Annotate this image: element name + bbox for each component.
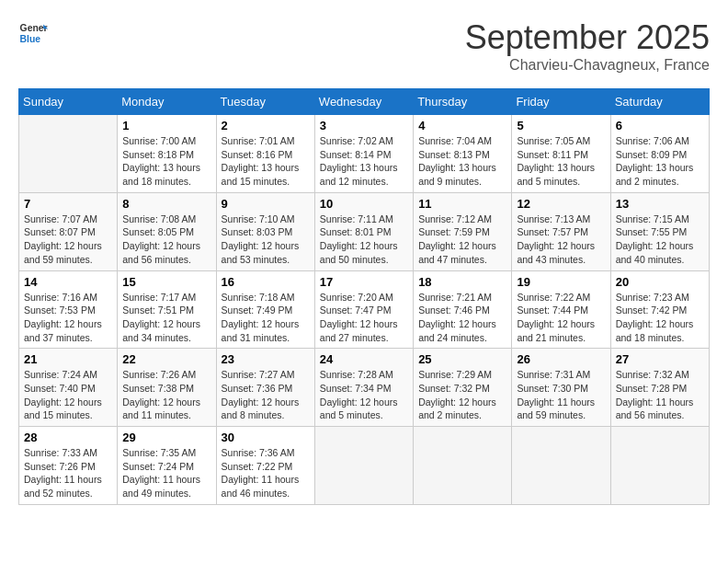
calendar-cell: 21Sunrise: 7:24 AM Sunset: 7:40 PM Dayli… — [19, 349, 118, 427]
day-info: Sunrise: 7:07 AM Sunset: 8:07 PM Dayligh… — [24, 213, 112, 267]
title-area: September 2025 Charvieu-Chavagneux, Fran… — [465, 18, 710, 74]
calendar-cell: 23Sunrise: 7:27 AM Sunset: 7:36 PM Dayli… — [216, 349, 314, 427]
day-number: 5 — [517, 119, 605, 132]
calendar-cell: 6Sunrise: 7:06 AM Sunset: 8:09 PM Daylig… — [610, 115, 709, 193]
day-number: 4 — [418, 119, 506, 132]
calendar-cell: 27Sunrise: 7:32 AM Sunset: 7:28 PM Dayli… — [610, 349, 709, 427]
day-info: Sunrise: 7:11 AM Sunset: 8:01 PM Dayligh… — [320, 213, 408, 267]
day-number: 13 — [616, 197, 704, 211]
calendar-table: SundayMondayTuesdayWednesdayThursdayFrid… — [18, 88, 710, 505]
calendar-cell: 12Sunrise: 7:13 AM Sunset: 7:57 PM Dayli… — [512, 192, 610, 270]
day-number: 14 — [24, 275, 112, 289]
day-info: Sunrise: 7:31 AM Sunset: 7:30 PM Dayligh… — [517, 368, 605, 422]
day-number: 23 — [222, 352, 310, 366]
day-number: 10 — [320, 197, 408, 211]
day-number: 1 — [122, 119, 210, 132]
day-header-friday: Friday — [512, 89, 610, 115]
calendar-cell: 5Sunrise: 7:05 AM Sunset: 8:11 PM Daylig… — [512, 115, 610, 193]
header: General Blue September 2025 Charvieu-Cha… — [18, 18, 710, 74]
calendar-cell: 14Sunrise: 7:16 AM Sunset: 7:53 PM Dayli… — [19, 270, 118, 349]
day-info: Sunrise: 7:08 AM Sunset: 8:05 PM Dayligh… — [122, 213, 210, 267]
day-info: Sunrise: 7:13 AM Sunset: 7:57 PM Dayligh… — [517, 213, 605, 267]
day-info: Sunrise: 7:28 AM Sunset: 7:34 PM Dayligh… — [320, 368, 408, 422]
day-info: Sunrise: 7:36 AM Sunset: 7:22 PM Dayligh… — [222, 446, 310, 500]
day-info: Sunrise: 7:04 AM Sunset: 8:13 PM Dayligh… — [418, 134, 506, 189]
day-info: Sunrise: 7:33 AM Sunset: 7:26 PM Dayligh… — [24, 446, 112, 500]
calendar-week-2: 7Sunrise: 7:07 AM Sunset: 8:07 PM Daylig… — [19, 192, 710, 270]
calendar-cell — [512, 427, 610, 505]
calendar-cell: 11Sunrise: 7:12 AM Sunset: 7:59 PM Dayli… — [414, 192, 512, 270]
calendar-cell: 18Sunrise: 7:21 AM Sunset: 7:46 PM Dayli… — [414, 270, 512, 349]
day-info: Sunrise: 7:16 AM Sunset: 7:53 PM Dayligh… — [24, 291, 112, 345]
calendar-cell: 16Sunrise: 7:18 AM Sunset: 7:49 PM Dayli… — [216, 270, 314, 349]
calendar-week-4: 21Sunrise: 7:24 AM Sunset: 7:40 PM Dayli… — [19, 349, 710, 427]
calendar-cell — [19, 115, 118, 193]
day-number: 8 — [122, 197, 210, 211]
day-info: Sunrise: 7:05 AM Sunset: 8:11 PM Dayligh… — [517, 134, 605, 189]
day-number: 27 — [616, 352, 704, 366]
day-header-thursday: Thursday — [414, 89, 512, 115]
calendar-cell: 29Sunrise: 7:35 AM Sunset: 7:24 PM Dayli… — [118, 427, 216, 505]
day-number: 21 — [24, 352, 112, 366]
calendar-cell: 2Sunrise: 7:01 AM Sunset: 8:16 PM Daylig… — [216, 115, 314, 193]
day-info: Sunrise: 7:20 AM Sunset: 7:47 PM Dayligh… — [320, 291, 408, 345]
day-number: 25 — [418, 352, 506, 366]
calendar-cell: 25Sunrise: 7:29 AM Sunset: 7:32 PM Dayli… — [414, 349, 512, 427]
calendar-cell — [414, 427, 512, 505]
day-number: 29 — [122, 431, 210, 444]
calendar-cell: 10Sunrise: 7:11 AM Sunset: 8:01 PM Dayli… — [314, 192, 413, 270]
day-header-saturday: Saturday — [610, 89, 709, 115]
day-header-tuesday: Tuesday — [216, 89, 314, 115]
calendar-week-1: 1Sunrise: 7:00 AM Sunset: 8:18 PM Daylig… — [19, 115, 710, 193]
calendar-cell — [314, 427, 413, 505]
day-number: 28 — [24, 431, 112, 444]
logo-icon: General Blue — [18, 18, 48, 48]
calendar-body: 1Sunrise: 7:00 AM Sunset: 8:18 PM Daylig… — [19, 115, 710, 505]
day-info: Sunrise: 7:32 AM Sunset: 7:28 PM Dayligh… — [616, 368, 704, 422]
calendar-cell — [610, 427, 709, 505]
calendar-cell: 15Sunrise: 7:17 AM Sunset: 7:51 PM Dayli… — [118, 270, 216, 349]
calendar-cell: 30Sunrise: 7:36 AM Sunset: 7:22 PM Dayli… — [216, 427, 314, 505]
day-number: 22 — [122, 352, 210, 366]
calendar-cell: 3Sunrise: 7:02 AM Sunset: 8:14 PM Daylig… — [314, 115, 413, 193]
day-info: Sunrise: 7:18 AM Sunset: 7:49 PM Dayligh… — [222, 291, 310, 345]
day-number: 26 — [517, 352, 605, 366]
day-number: 24 — [320, 352, 408, 366]
day-info: Sunrise: 7:12 AM Sunset: 7:59 PM Dayligh… — [418, 213, 506, 267]
day-info: Sunrise: 7:21 AM Sunset: 7:46 PM Dayligh… — [418, 291, 506, 345]
day-info: Sunrise: 7:24 AM Sunset: 7:40 PM Dayligh… — [24, 368, 112, 422]
day-number: 19 — [517, 275, 605, 289]
day-number: 12 — [517, 197, 605, 211]
day-info: Sunrise: 7:26 AM Sunset: 7:38 PM Dayligh… — [122, 368, 210, 422]
day-header-sunday: Sunday — [19, 89, 118, 115]
day-info: Sunrise: 7:01 AM Sunset: 8:16 PM Dayligh… — [222, 134, 310, 189]
day-number: 11 — [418, 197, 506, 211]
day-info: Sunrise: 7:23 AM Sunset: 7:42 PM Dayligh… — [616, 291, 704, 345]
calendar-cell: 1Sunrise: 7:00 AM Sunset: 8:18 PM Daylig… — [118, 115, 216, 193]
day-header-wednesday: Wednesday — [314, 89, 413, 115]
svg-text:Blue: Blue — [20, 34, 41, 44]
calendar-week-5: 28Sunrise: 7:33 AM Sunset: 7:26 PM Dayli… — [19, 427, 710, 505]
day-number: 3 — [320, 119, 408, 132]
calendar-cell: 4Sunrise: 7:04 AM Sunset: 8:13 PM Daylig… — [414, 115, 512, 193]
day-number: 16 — [222, 275, 310, 289]
calendar-cell: 7Sunrise: 7:07 AM Sunset: 8:07 PM Daylig… — [19, 192, 118, 270]
calendar-cell: 26Sunrise: 7:31 AM Sunset: 7:30 PM Dayli… — [512, 349, 610, 427]
day-number: 2 — [222, 119, 310, 132]
day-info: Sunrise: 7:02 AM Sunset: 8:14 PM Dayligh… — [320, 134, 408, 189]
calendar-week-3: 14Sunrise: 7:16 AM Sunset: 7:53 PM Dayli… — [19, 270, 710, 349]
day-info: Sunrise: 7:06 AM Sunset: 8:09 PM Dayligh… — [616, 134, 704, 189]
location-title: Charvieu-Chavagneux, France — [465, 57, 710, 74]
day-info: Sunrise: 7:29 AM Sunset: 7:32 PM Dayligh… — [418, 368, 506, 422]
day-info: Sunrise: 7:27 AM Sunset: 7:36 PM Dayligh… — [222, 368, 310, 422]
calendar-cell: 17Sunrise: 7:20 AM Sunset: 7:47 PM Dayli… — [314, 270, 413, 349]
day-number: 6 — [616, 119, 704, 132]
day-info: Sunrise: 7:10 AM Sunset: 8:03 PM Dayligh… — [222, 213, 310, 267]
day-info: Sunrise: 7:17 AM Sunset: 7:51 PM Dayligh… — [122, 291, 210, 345]
day-info: Sunrise: 7:00 AM Sunset: 8:18 PM Dayligh… — [122, 134, 210, 189]
month-title: September 2025 — [465, 18, 710, 57]
day-number: 9 — [222, 197, 310, 211]
calendar-cell: 20Sunrise: 7:23 AM Sunset: 7:42 PM Dayli… — [610, 270, 709, 349]
calendar-cell: 13Sunrise: 7:15 AM Sunset: 7:55 PM Dayli… — [610, 192, 709, 270]
day-number: 7 — [24, 197, 112, 211]
